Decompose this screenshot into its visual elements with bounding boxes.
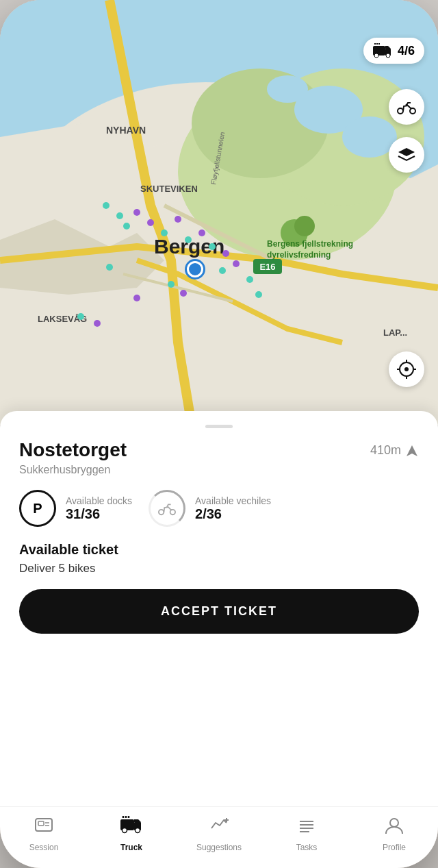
session-nav-label: Session — [29, 843, 59, 852]
map-dot — [233, 260, 240, 267]
map-dot — [94, 320, 101, 327]
svg-text:NYHAVN: NYHAVN — [106, 125, 146, 136]
station-distance: 410m — [370, 443, 419, 458]
tasks-icon — [297, 816, 316, 840]
accept-ticket-button[interactable]: ACCEPT TICKET — [19, 589, 419, 634]
ticket-section: Available ticket Deliver 5 bikes — [19, 542, 419, 575]
bottom-nav: Session Truck — [0, 806, 438, 868]
svg-point-31 — [410, 108, 415, 114]
station-header: Nostetorget 410m — [19, 439, 419, 461]
moto-filter-button[interactable] — [389, 89, 424, 125]
vehicles-text: Available vechiles 2/36 — [195, 495, 271, 522]
map-dot — [123, 223, 130, 230]
profile-nav-label: Profile — [383, 843, 406, 852]
svg-point-11 — [267, 75, 308, 103]
svg-marker-40 — [407, 445, 417, 456]
map-dot — [147, 219, 154, 226]
svg-point-42 — [170, 510, 175, 514]
bike-icon-svg — [158, 501, 176, 516]
ticket-title: Available ticket — [19, 542, 419, 558]
map-dot — [103, 202, 110, 209]
bike-icon — [149, 490, 185, 527]
layers-icon — [398, 147, 415, 162]
svg-rect-44 — [38, 821, 44, 826]
vehicles-label: Available vechiles — [195, 495, 271, 506]
session-icon — [34, 816, 53, 840]
nav-item-tasks[interactable]: Tasks — [283, 816, 331, 852]
docks-text: Available docks 31/36 — [66, 495, 132, 522]
nav-item-session[interactable]: Session — [20, 816, 68, 852]
map-dot — [161, 230, 168, 236]
map-dot — [222, 250, 229, 257]
map-dot — [116, 212, 123, 219]
map-dot — [246, 276, 253, 283]
vehicles-value: 2/36 — [195, 506, 271, 522]
vehicles-stat: Available vechiles 2/36 — [149, 490, 271, 527]
svg-point-25 — [374, 53, 378, 58]
suggestions-nav-label: Suggestions — [196, 843, 242, 852]
station-subtitle: Sukkerhusbryggen — [19, 464, 419, 476]
truck-count-badge[interactable]: 4/6 — [363, 38, 424, 64]
svg-text:E16: E16 — [259, 262, 275, 272]
map-dot — [185, 236, 192, 243]
svg-text:dyrelivsfredning: dyrelivsfredning — [267, 250, 331, 260]
map-dot — [175, 216, 181, 223]
current-location-dot — [187, 261, 203, 277]
map-dot — [198, 230, 205, 236]
svg-point-50 — [123, 828, 127, 833]
nav-item-truck[interactable]: Truck — [107, 816, 155, 852]
truck-count-label: 4/6 — [398, 44, 415, 58]
truck-nav-label: Truck — [120, 843, 142, 852]
map-container: NYHAVN SKUTEVIKEN Bergen LAKSEVÅG LAP...… — [0, 0, 438, 425]
map-dot — [133, 209, 140, 216]
svg-point-61 — [390, 819, 398, 827]
suggestions-icon — [209, 816, 229, 840]
stats-row: P Available docks 31/36 — [19, 490, 419, 527]
svg-point-41 — [159, 510, 164, 514]
navigation-icon — [405, 444, 419, 458]
map-dot — [106, 264, 113, 271]
svg-point-8 — [294, 216, 315, 236]
map-dot — [219, 267, 226, 274]
ticket-description: Deliver 5 bikes — [19, 562, 419, 575]
svg-point-30 — [398, 108, 403, 114]
phone-frame: NYHAVN SKUTEVIKEN Bergen LAKSEVÅG LAP...… — [0, 0, 438, 868]
svg-text:SKUTEVIKEN: SKUTEVIKEN — [140, 184, 198, 194]
map-dot — [255, 291, 262, 298]
moto-icon — [397, 99, 416, 114]
station-name: Nostetorget — [19, 439, 127, 461]
svg-marker-49 — [134, 819, 141, 822]
docks-label: Available docks — [66, 495, 132, 506]
nav-item-suggestions[interactable]: Suggestions — [195, 816, 243, 852]
map-dot — [180, 290, 187, 297]
map-dot — [77, 313, 84, 320]
layers-button[interactable] — [389, 137, 424, 173]
svg-point-35 — [404, 367, 409, 371]
docks-stat: P Available docks 31/36 — [19, 490, 132, 527]
svg-point-32 — [406, 104, 408, 106]
svg-marker-24 — [385, 46, 391, 49]
parking-icon: P — [19, 490, 56, 527]
profile-icon — [385, 816, 404, 840]
svg-marker-33 — [398, 148, 415, 156]
docks-value: 31/36 — [66, 506, 132, 522]
svg-point-51 — [136, 828, 140, 833]
locate-button[interactable] — [389, 351, 424, 387]
nav-item-profile[interactable]: Profile — [370, 816, 418, 852]
phone-inner: NYHAVN SKUTEVIKEN Bergen LAKSEVÅG LAP...… — [0, 0, 438, 868]
svg-text:Bergens fjellstrekning: Bergens fjellstrekning — [267, 239, 353, 249]
locate-icon — [397, 360, 416, 379]
truck-nav-icon — [120, 816, 142, 840]
map-dot — [209, 243, 216, 250]
distance-value: 410m — [370, 443, 401, 458]
svg-text:LAP...: LAP... — [383, 327, 407, 338]
svg-point-26 — [386, 53, 390, 58]
bottom-panel: Nostetorget 410m Sukkerhusbryggen P Avai… — [0, 411, 438, 813]
map-dot — [133, 295, 140, 301]
truck-icon — [373, 43, 392, 58]
tasks-nav-label: Tasks — [296, 843, 318, 852]
map-dot — [168, 281, 175, 288]
panel-drag-handle — [205, 425, 233, 428]
